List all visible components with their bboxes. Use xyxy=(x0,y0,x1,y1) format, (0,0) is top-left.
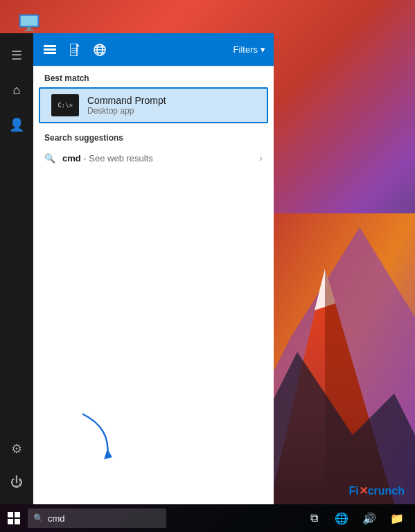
suggestion-text: cmd - See web results xyxy=(62,153,153,163)
sidebar-hamburger-button[interactable]: ☰ xyxy=(0,39,33,72)
search-results-panel: Best match C:\> Command Prompt Desktop a… xyxy=(33,66,274,504)
svg-rect-8 xyxy=(27,27,31,30)
taskbar-search-box[interactable]: 🔍 cmd xyxy=(28,508,166,528)
folder-icon-button[interactable]: 📁 xyxy=(385,506,409,531)
taskbar-right-icons: ⧉ 🌐 🔊 📁 xyxy=(301,506,415,531)
svg-rect-28 xyxy=(15,512,20,517)
svg-rect-15 xyxy=(44,48,56,51)
suggestion-search-icon: 🔍 xyxy=(44,153,55,163)
globe-icon[interactable] xyxy=(91,42,108,58)
search-suggestions-label: Search suggestions xyxy=(33,123,274,147)
sidebar-person-button[interactable]: 👤 xyxy=(0,108,33,141)
svg-rect-17 xyxy=(70,44,77,56)
best-match-label: Best match xyxy=(33,66,274,87)
svg-rect-14 xyxy=(44,45,56,47)
suggestion-arrow-icon: › xyxy=(259,152,263,163)
start-menu: ☰ ⌂ 👤 ⚙ ⏻ xyxy=(0,33,274,504)
person-icon: 👤 xyxy=(9,117,24,132)
svg-rect-30 xyxy=(15,519,20,524)
command-prompt-icon: C:\> xyxy=(51,94,79,116)
sidebar-home-button[interactable]: ⌂ xyxy=(0,73,33,107)
home-icon: ⌂ xyxy=(13,83,21,98)
document-icon[interactable] xyxy=(67,42,83,58)
power-icon: ⏻ xyxy=(10,475,23,490)
network-icon: 🌐 xyxy=(335,512,348,525)
chevron-down-icon: ▾ xyxy=(261,44,265,55)
filters-button[interactable]: Filters ▾ xyxy=(233,44,265,55)
best-match-info: Command Prompt Desktop app xyxy=(87,95,166,116)
best-match-subtitle: Desktop app xyxy=(87,106,166,116)
network-icon-button[interactable]: 🌐 xyxy=(329,506,354,531)
volume-icon-button[interactable]: 🔊 xyxy=(357,506,382,531)
sidebar-settings-button[interactable]: ⚙ xyxy=(0,432,33,466)
settings-icon: ⚙ xyxy=(11,441,22,456)
taskbar-search-text: cmd xyxy=(48,513,65,524)
task-view-icon: ⧉ xyxy=(310,512,318,524)
start-button[interactable] xyxy=(0,504,28,532)
search-header: Filters ▾ xyxy=(33,33,274,66)
start-main-panel: Filters ▾ Best match C:\> Command Prompt… xyxy=(33,33,274,504)
svg-rect-29 xyxy=(8,519,13,524)
desktop: This PC M SEO -Chrome ☰ xyxy=(0,0,415,532)
folder-icon: 📁 xyxy=(390,512,404,525)
hamburger-icon: ☰ xyxy=(11,48,22,63)
filters-label: Filters xyxy=(233,44,258,55)
best-match-item[interactable]: C:\> Command Prompt Desktop app xyxy=(39,87,268,123)
start-sidebar: ☰ ⌂ 👤 ⚙ ⏻ xyxy=(0,33,33,504)
sidebar-power-button[interactable]: ⏻ xyxy=(0,466,33,499)
list-view-icon[interactable] xyxy=(42,42,58,58)
svg-rect-27 xyxy=(8,512,13,517)
suggestion-see-web: - See web results xyxy=(83,153,152,163)
svg-rect-9 xyxy=(24,30,34,31)
mountain-background xyxy=(256,213,415,504)
best-match-title: Command Prompt xyxy=(87,95,166,106)
taskbar: 🔍 cmd ⧉ 🌐 🔊 📁 xyxy=(0,504,415,532)
suggestion-query: cmd xyxy=(62,153,81,163)
taskbar-search-icon: 🔍 xyxy=(33,513,44,523)
task-view-button[interactable]: ⧉ xyxy=(301,506,326,531)
svg-rect-7 xyxy=(21,16,37,26)
suggestion-item-cmd[interactable]: 🔍 cmd - See web results › xyxy=(33,147,274,169)
volume-icon: 🔊 xyxy=(362,512,376,525)
svg-rect-16 xyxy=(44,52,56,54)
